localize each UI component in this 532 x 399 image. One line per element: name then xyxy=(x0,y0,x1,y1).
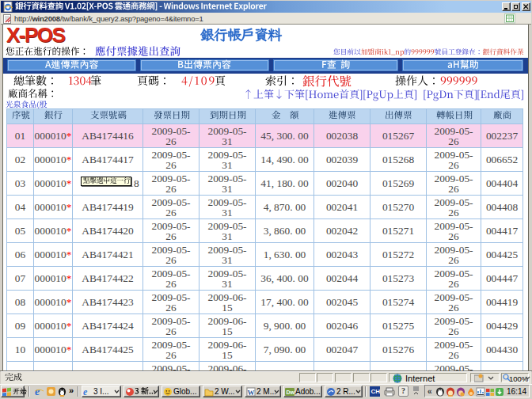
svg-text:Dw: Dw xyxy=(287,390,295,395)
svg-text:e: e xyxy=(83,387,88,397)
svg-text:e: e xyxy=(35,386,40,397)
svg-text:W: W xyxy=(248,389,255,397)
